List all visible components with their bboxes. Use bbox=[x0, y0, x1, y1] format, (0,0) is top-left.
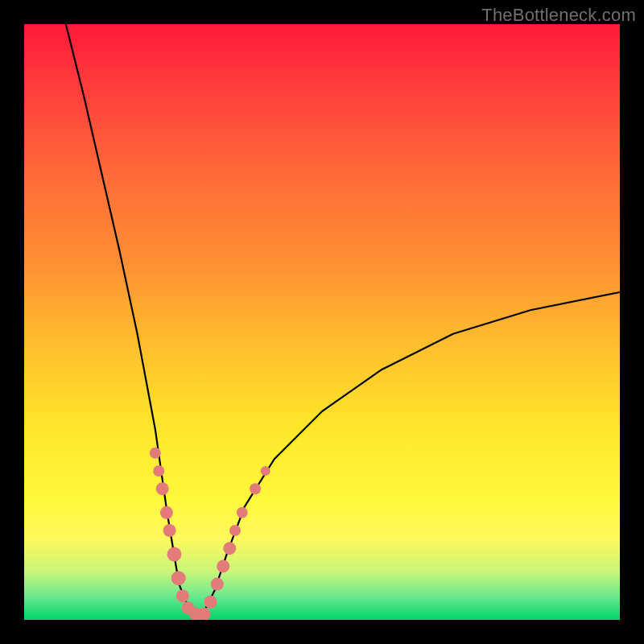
highlight-dot bbox=[171, 571, 186, 585]
highlight-dot bbox=[160, 506, 173, 519]
highlight-dot bbox=[163, 524, 176, 537]
highlight-dot bbox=[204, 596, 217, 609]
highlight-dots-group bbox=[150, 448, 270, 620]
highlight-dot bbox=[153, 465, 164, 477]
highlight-dot bbox=[176, 589, 189, 602]
bottleneck-curve-svg bbox=[24, 24, 620, 620]
plot-area bbox=[24, 24, 620, 620]
highlight-dot bbox=[198, 608, 211, 620]
highlight-dot bbox=[223, 542, 236, 555]
highlight-dot bbox=[237, 507, 248, 518]
highlight-dot bbox=[150, 448, 161, 459]
highlight-dot bbox=[217, 559, 229, 572]
highlight-dot bbox=[250, 483, 261, 494]
highlight-dot bbox=[167, 547, 182, 562]
highlight-dot bbox=[261, 466, 270, 476]
highlight-dot bbox=[211, 578, 224, 591]
bottleneck-curve bbox=[66, 24, 620, 614]
watermark-text: TheBottleneck.com bbox=[481, 5, 636, 26]
highlight-dot bbox=[229, 525, 241, 536]
chart-frame: TheBottleneck.com bbox=[0, 0, 644, 644]
highlight-dot bbox=[156, 482, 169, 495]
